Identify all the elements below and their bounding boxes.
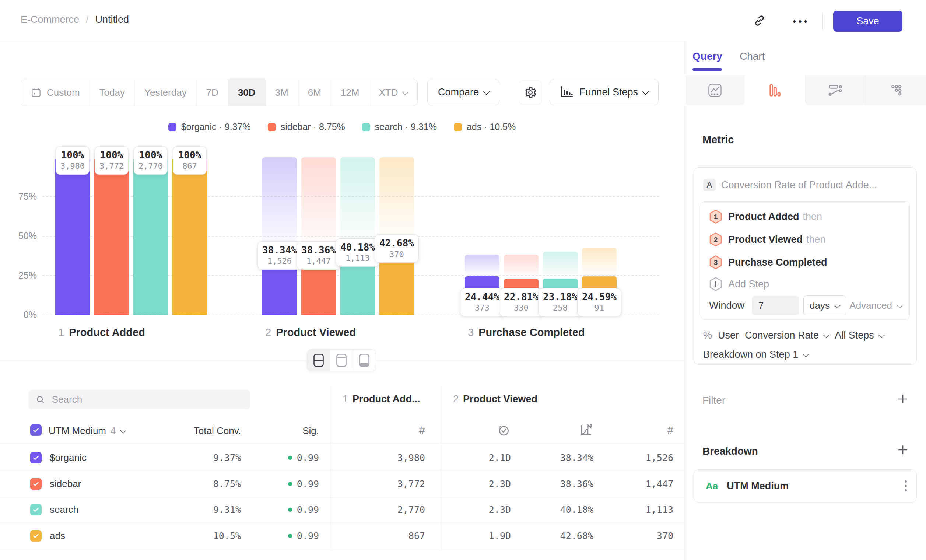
funnel-dropoff-bar [504, 254, 539, 279]
step-hexagon-badge: 1 [709, 209, 722, 224]
bar-count: 370 [380, 250, 414, 260]
tab-flows[interactable] [805, 75, 865, 105]
breakdown-section-label: Breakdown [702, 445, 758, 457]
add-step-button[interactable]: Add Step [701, 274, 909, 294]
cell-total-conv: 9.37% [213, 445, 241, 471]
chart-step-caption-3: 3Purchase Completed [468, 327, 585, 339]
search-icon [36, 395, 45, 405]
window-unit-label: days [809, 300, 830, 311]
advanced-toggle[interactable]: Advanced [849, 300, 902, 311]
svg-text:3: 3 [714, 259, 718, 266]
bar-count: 867 [177, 161, 202, 171]
funnel-bar-search-step1[interactable] [133, 157, 168, 315]
cell-step2-conv: 40.18% [560, 496, 593, 523]
measure-metric-dropdown[interactable]: Conversion Rate [745, 330, 829, 341]
step-hexagon-badge: 3 [709, 255, 722, 270]
chevron-down-icon [802, 351, 809, 357]
cell-significance: 0.99 [288, 445, 319, 471]
cell-step2-count: 1,113 [646, 496, 673, 523]
bar-count: 330 [504, 303, 539, 313]
window-value-input[interactable] [752, 296, 799, 315]
measure-scope-dropdown[interactable]: All Steps [835, 330, 884, 341]
layout-chart-only-button[interactable] [330, 350, 353, 371]
measure-entity[interactable]: User [718, 330, 739, 341]
add-breakdown-button[interactable] [896, 442, 910, 457]
funnel-dropoff-bar [262, 157, 297, 254]
metric-summary[interactable]: Conversion Rate of Product Adde... [721, 179, 877, 191]
bar-value-label: 22.81%330 [499, 288, 543, 316]
window-unit-select[interactable]: days [803, 295, 846, 315]
y-axis-tick: 50% [10, 231, 37, 241]
metric-step-label: Product Added [728, 211, 799, 222]
step-number: 2 [265, 327, 271, 339]
breakdown-on-label: Breakdown on Step 1 [703, 349, 798, 360]
chart-step-caption-2: 2Product Viewed [265, 327, 356, 339]
tab-chart[interactable]: Chart [740, 50, 765, 62]
bar-count: 1,526 [262, 256, 297, 266]
chevron-down-icon [878, 331, 885, 338]
tab-query[interactable]: Query [693, 50, 722, 62]
tab-funnels[interactable] [745, 75, 805, 105]
more-menu-icon[interactable]: ••• [788, 15, 814, 28]
select-all-checkbox[interactable] [30, 424, 42, 436]
cell-step2-count: 1,447 [646, 471, 673, 497]
kebab-menu-icon[interactable] [905, 480, 907, 492]
table-step1-header: 1 Product Add... [343, 394, 420, 405]
save-button[interactable]: Save [833, 11, 902, 32]
bar-value-label: 24.59%91 [577, 288, 621, 316]
breakdown-column-header[interactable]: UTM Medium 4 [48, 425, 126, 437]
significance-value: 0.99 [297, 478, 319, 489]
bar-pct: 24.44% [465, 291, 499, 303]
row-checkbox[interactable] [30, 504, 42, 515]
metric-step-3[interactable]: 3Purchase Completed [701, 251, 909, 274]
funnel-dropoff-bar [543, 252, 578, 278]
active-tab-underline [693, 68, 722, 71]
row-checkbox[interactable] [30, 530, 42, 542]
search-input[interactable] [51, 394, 243, 406]
bar-pct: 23.18% [543, 291, 578, 303]
sig-header[interactable]: Sig. [245, 425, 319, 437]
row-checkbox[interactable] [30, 478, 42, 490]
row-label: sidebar [50, 471, 81, 497]
significance-value: 0.99 [297, 453, 319, 463]
funnel-bar-sidebar-step1[interactable] [94, 157, 129, 315]
cell-total-conv: 10.5% [213, 523, 241, 549]
cell-step2-conv: 38.36% [560, 471, 593, 497]
tab-insights[interactable] [685, 75, 745, 105]
funnel-bar-organic-step1[interactable] [55, 157, 90, 315]
significance-dot [288, 534, 292, 538]
metric-step-label: Purchase Completed [728, 257, 827, 268]
step-label: Product Viewed [276, 327, 356, 339]
filter-section-label: Filter [702, 395, 725, 406]
header-divider-bar [823, 12, 823, 30]
funnels-icon [767, 82, 783, 98]
tab-retention[interactable] [865, 75, 926, 105]
layout-split-view-button[interactable] [307, 350, 330, 371]
bar-pct: 22.81% [504, 291, 539, 303]
cell-significance: 0.99 [288, 471, 319, 497]
bar-pct: 24.59% [582, 291, 617, 303]
funnel-bar-ads-step1[interactable] [172, 157, 207, 315]
row-checkbox[interactable] [30, 452, 42, 463]
bar-value-label: 40.18%1,113 [336, 238, 380, 267]
breakdown-column-name: UTM Medium [48, 425, 106, 437]
step-hexagon-badge: 2 [709, 232, 722, 247]
cell-step1-count: 3,980 [398, 445, 425, 471]
chevron-down-icon [834, 301, 841, 308]
breakdown-on-step-dropdown[interactable]: Breakdown on Step 1 [703, 349, 808, 360]
bar-count: 258 [543, 303, 578, 313]
table-row-ads: ads10.5%0.998671.9D42.68%370 [0, 523, 684, 549]
metric-step-2[interactable]: 2Product Viewedthen [701, 228, 909, 251]
add-filter-button[interactable] [896, 392, 910, 406]
bar-value-label: 42.68%370 [375, 234, 419, 263]
add-step-label: Add Step [728, 278, 769, 290]
conversion-rate-metric-icon [573, 421, 593, 439]
copy-link-icon[interactable] [751, 12, 768, 29]
count-metric-icon: # [637, 422, 673, 439]
total-conv-header[interactable]: Total Conv. [149, 425, 241, 437]
metric-step-1[interactable]: 1Product Addedthen [701, 205, 909, 228]
layout-table-only-button[interactable] [353, 350, 376, 371]
breakdown-item-utm-medium[interactable]: Aa UTM Medium [694, 469, 917, 502]
bar-value-label: 23.18%258 [538, 288, 583, 316]
step-label: Purchase Completed [478, 327, 584, 339]
